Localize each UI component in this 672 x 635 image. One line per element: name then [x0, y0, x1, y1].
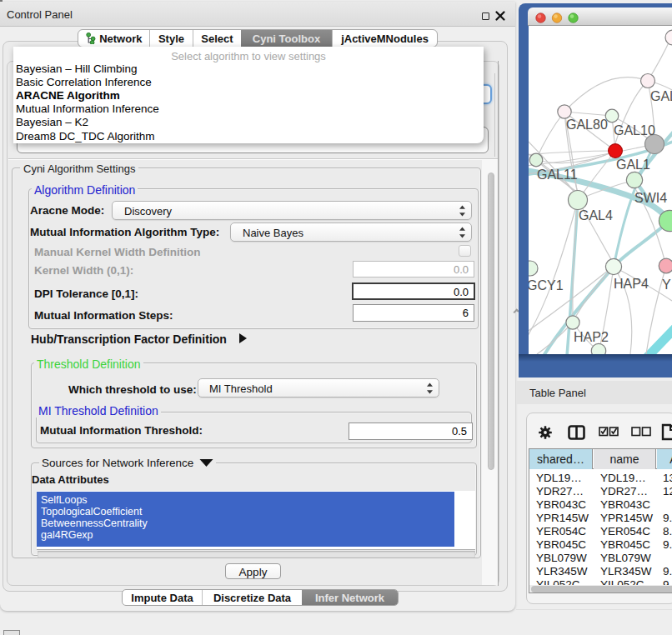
svg-text:GAL80: GAL80 — [566, 118, 608, 132]
svg-text:GAL1: GAL1 — [616, 158, 650, 172]
svg-text:GCY1: GCY1 — [529, 278, 564, 292]
svg-text:GAL4: GAL4 — [579, 208, 613, 222]
svg-text:GAL11: GAL11 — [537, 168, 578, 182]
svg-text:GAL: GAL — [650, 89, 672, 103]
svg-text:HAP2: HAP2 — [574, 330, 609, 344]
svg-text:GAL10: GAL10 — [614, 123, 655, 138]
svg-text:SWI4: SWI4 — [634, 191, 667, 205]
svg-text:HAP4: HAP4 — [614, 277, 649, 291]
svg-text:Y: Y — [662, 278, 671, 292]
